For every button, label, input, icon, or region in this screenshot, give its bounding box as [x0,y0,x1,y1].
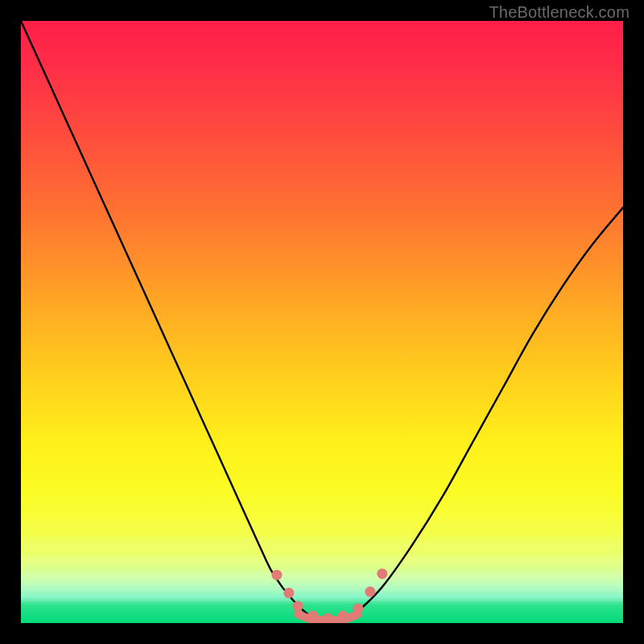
data-marker [293,601,303,612]
data-marker [308,611,318,621]
data-marker [353,604,363,614]
data-marker [377,568,387,579]
left-curve [21,21,322,620]
watermark-text: TheBottleneck.com [489,3,630,22]
data-marker [365,587,375,597]
chart-frame: TheBottleneck.com [0,0,644,644]
data-marker [323,613,333,623]
right-curve [346,208,623,620]
data-marker [338,611,349,621]
data-marker [283,588,294,598]
curve-layer [21,21,623,623]
plot-area [21,21,623,623]
data-marker [271,570,282,580]
